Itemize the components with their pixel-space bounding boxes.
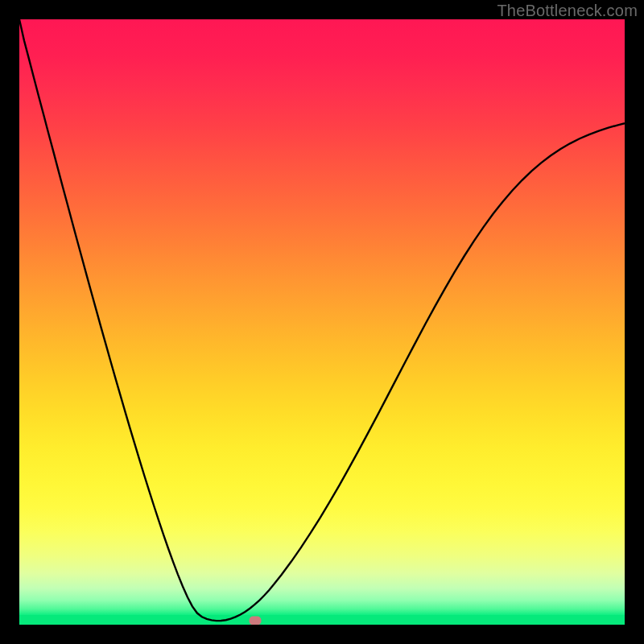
bottleneck-curve-path [19,19,625,621]
optimal-point-marker [250,617,262,625]
chart-plot-area [19,19,625,625]
watermark-text: TheBottleneck.com [497,2,638,20]
chart-curve-layer [19,19,625,625]
